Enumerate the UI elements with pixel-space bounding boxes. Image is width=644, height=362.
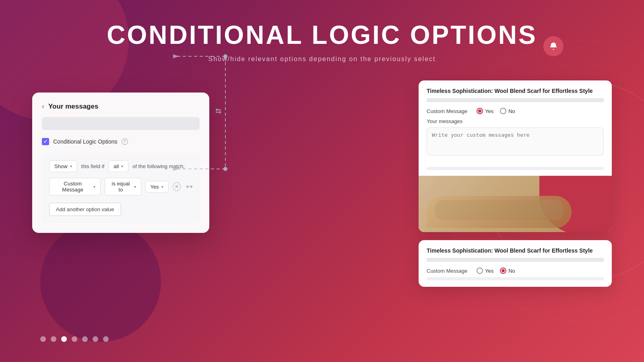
radio-group-top: Yes No xyxy=(477,108,515,114)
product-title-bottom: Timeless Sophistication: Wool Blend Scar… xyxy=(427,247,604,254)
panel-header: ‹ Your messages xyxy=(42,102,200,111)
radio-circle-no xyxy=(500,108,506,114)
logic-label: Conditional Logic Options xyxy=(53,138,118,145)
chevron-down-icon: ▾ xyxy=(70,164,72,169)
radio-yes-top[interactable]: Yes xyxy=(477,108,493,114)
help-icon[interactable]: ? xyxy=(122,138,128,145)
radio-no-bottom[interactable]: No xyxy=(500,267,515,274)
condition-row-2: Custom Message ▾ is equal to ▾ Yes ▾ ✕ xyxy=(49,178,192,195)
product-title-bar xyxy=(427,98,604,102)
product-card-top: Timeless Sophistication: Wool Blend Scar… xyxy=(419,80,612,167)
radio-yes-bottom[interactable]: Yes xyxy=(477,267,493,274)
message-textarea[interactable] xyxy=(427,128,604,156)
custom-message-label-bottom: Custom Message xyxy=(427,268,471,274)
carousel-dots xyxy=(40,336,109,342)
dot-5[interactable] xyxy=(82,336,88,342)
chevron-down-icon: ▾ xyxy=(134,185,136,189)
chevron-down-icon: ▾ xyxy=(161,185,163,189)
dot-1[interactable] xyxy=(40,336,46,342)
chevron-down-icon: ▾ xyxy=(121,164,123,169)
page-subtitle: Show/hide relevant options depending on … xyxy=(0,56,644,63)
card-bottom-bar-2 xyxy=(427,277,604,280)
radio-circle-yes xyxy=(477,108,483,114)
card-bottom-bar xyxy=(427,167,604,170)
notification-icon[interactable] xyxy=(543,36,564,56)
custom-message-label-top: Custom Message xyxy=(427,108,471,114)
content-area: ‹ Your messages Conditional Logic Option… xyxy=(0,80,644,362)
product-card-yes: Timeless Sophistication: Wool Blend Scar… xyxy=(419,80,612,232)
chevron-down-icon: ▾ xyxy=(93,185,95,189)
radio-group-bottom: Yes No xyxy=(477,267,515,274)
radio-circle-no-2 xyxy=(500,267,506,274)
product-card-no: Timeless Sophistication: Wool Blend Scar… xyxy=(419,240,612,287)
dot-6[interactable] xyxy=(93,336,98,342)
your-messages-label: Your messages xyxy=(427,118,604,124)
add-option-button[interactable]: Add another option value xyxy=(49,203,121,216)
custom-msg-row-bottom: Custom Message Yes No xyxy=(427,267,604,274)
show-dropdown[interactable]: Show ▾ xyxy=(49,160,77,172)
logic-option-row: Conditional Logic Options ? xyxy=(42,138,200,145)
match-text: of the following match: xyxy=(132,163,184,169)
field-dropdown[interactable]: Custom Message ▾ xyxy=(49,178,101,195)
search-bar[interactable] xyxy=(42,117,200,130)
condition-row-1: Show ▾ this field if all ▾ of the follow… xyxy=(49,160,192,172)
radio-no-top[interactable]: No xyxy=(500,108,515,114)
dot-2[interactable] xyxy=(51,336,56,342)
product-title-bar-2 xyxy=(427,258,604,262)
dot-3-active[interactable] xyxy=(61,336,67,342)
conditions-box: Show ▾ this field if all ▾ of the follow… xyxy=(42,153,200,223)
dot-4[interactable] xyxy=(72,336,77,342)
logic-checkbox[interactable] xyxy=(42,138,49,145)
dot-7[interactable] xyxy=(103,336,109,342)
remove-condition-button[interactable]: ✕ xyxy=(173,182,181,191)
panel-title: Your messages xyxy=(48,103,98,111)
product-card-2-top: Timeless Sophistication: Wool Blend Scar… xyxy=(419,240,612,287)
product-title-top: Timeless Sophistication: Wool Blend Scar… xyxy=(427,88,604,94)
value-dropdown[interactable]: Yes ▾ xyxy=(145,181,169,193)
all-dropdown[interactable]: all ▾ xyxy=(108,160,128,172)
radio-circle-yes-2 xyxy=(477,267,483,274)
back-button[interactable]: ‹ xyxy=(42,102,44,111)
right-panels: Timeless Sophistication: Wool Blend Scar… xyxy=(419,80,612,287)
operator-dropdown[interactable]: is equal to ▾ xyxy=(105,178,141,195)
custom-msg-row-top: Custom Message Yes No xyxy=(427,108,604,114)
left-panel: ‹ Your messages Conditional Logic Option… xyxy=(32,93,209,233)
product-image-strip xyxy=(419,176,612,232)
this-field-text: this field if xyxy=(81,163,105,169)
